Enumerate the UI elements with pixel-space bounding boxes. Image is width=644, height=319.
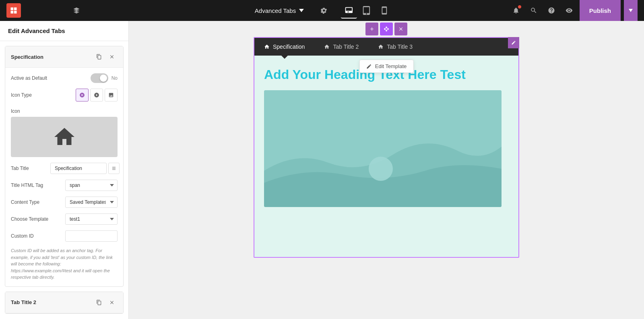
mobile-view-button[interactable] [376, 2, 392, 19]
close-panel-button[interactable] [106, 51, 118, 62]
icon-type-row: Icon Type [11, 89, 118, 102]
icon-preview [11, 117, 118, 157]
specification-panel: Specification Active as Default [5, 46, 124, 287]
widget-toolbar [365, 23, 408, 35]
panel2-actions [93, 297, 118, 308]
publish-label: Publish [589, 7, 611, 14]
publish-dropdown-button[interactable] [624, 0, 638, 21]
title-html-tag-label: Title HTML Tag [11, 182, 47, 188]
edit-template-bar[interactable]: Edit Template [359, 60, 414, 73]
tablet-view-button[interactable] [359, 2, 375, 19]
page-settings-button[interactable] [317, 3, 331, 18]
notification-badge [518, 5, 522, 9]
topbar-right: Publish [509, 0, 638, 21]
tab-title-input[interactable] [50, 163, 107, 174]
choose-template-label: Choose Template [11, 216, 48, 222]
layers-button[interactable] [69, 3, 84, 18]
content-type-select[interactable]: Saved TemplatesEditorTemplate [65, 197, 118, 208]
device-switcher [341, 2, 392, 19]
toggle-wrap: No [50, 73, 118, 83]
help-button[interactable] [544, 3, 559, 18]
edit-template-label: Edit Template [375, 63, 407, 69]
custom-id-help: Custom ID will be added as an anchor tag… [11, 247, 118, 281]
main-layout: Edit Advanced Tabs Specification Active … [0, 21, 644, 319]
add-widget-button[interactable] [365, 23, 378, 35]
panel-title: Specification [11, 54, 43, 60]
tab-title-input-group [50, 163, 120, 174]
notification-button[interactable] [509, 3, 523, 18]
tab-item-1[interactable]: Specification [254, 38, 314, 56]
tab-item-3[interactable]: Tab Title 3 [368, 38, 422, 56]
icon-type-label: Icon Type [11, 92, 47, 98]
custom-id-input[interactable] [65, 230, 118, 242]
close-widget-button[interactable] [394, 23, 407, 35]
icon-label-row: Icon [11, 107, 118, 114]
tab-content: Add Your Heading Text Here Test [254, 56, 518, 257]
logo-button[interactable] [6, 3, 21, 18]
panel2-header: Tab Title 2 [5, 292, 123, 313]
preview-button[interactable] [562, 3, 576, 18]
sidebar-title: Edit Advanced Tabs [0, 21, 128, 41]
icon-type-icon-button[interactable] [90, 89, 103, 102]
custom-id-row: Custom ID [11, 230, 118, 242]
panel-actions [93, 51, 118, 62]
canvas-area: Specification Tab Title 2 Tab Title 3 Ed… [129, 21, 644, 319]
active-default-row: Active as Default No [11, 73, 118, 83]
icon-type-none-button[interactable] [76, 89, 89, 102]
tab-item-2[interactable]: Tab Title 2 [314, 38, 368, 56]
panel-body: Active as Default No Icon Type [5, 68, 123, 286]
choose-template-select[interactable]: test1 [65, 213, 118, 225]
image-placeholder [264, 90, 502, 207]
tab-1-label: Specification [273, 44, 305, 50]
close-panel2-button[interactable] [106, 297, 118, 308]
icon-label: Icon [11, 108, 20, 114]
widget-container: Specification Tab Title 2 Tab Title 3 Ed… [254, 37, 519, 258]
edit-corner-button[interactable] [508, 37, 519, 48]
toggle-knob [100, 75, 107, 82]
sidebar: Edit Advanced Tabs Specification Active … [0, 21, 129, 319]
title-html-tag-row: Title HTML Tag spandivh1h2h3h4h5h6p [11, 180, 118, 191]
icon-type-group [50, 89, 118, 102]
copy-panel2-button[interactable] [93, 297, 105, 308]
tab-2-label: Tab Title 2 [333, 44, 359, 50]
toggle-value: No [111, 75, 118, 81]
topbar: Advanced Tabs [0, 0, 644, 21]
publish-button[interactable]: Publish [580, 0, 621, 21]
tab-title-2-panel: Tab Title 2 [5, 292, 124, 314]
copy-panel-button[interactable] [93, 51, 105, 62]
content-type-label: Content Type [11, 199, 47, 205]
tab-title-label: Tab Title [11, 166, 47, 171]
search-button[interactable] [526, 3, 541, 18]
panel-header: Specification [5, 46, 123, 68]
active-default-toggle[interactable] [91, 73, 108, 83]
tab-title-options-button[interactable] [108, 163, 120, 174]
page-title-label: Advanced Tabs [255, 7, 296, 14]
widget-frame: Specification Tab Title 2 Tab Title 3 Ed… [254, 37, 519, 258]
tab-3-label: Tab Title 3 [387, 44, 413, 50]
topbar-center: Advanced Tabs [252, 2, 392, 19]
title-html-tag-select[interactable]: spandivh1h2h3h4h5h6p [65, 180, 118, 191]
content-type-row: Content Type Saved TemplatesEditorTempla… [11, 197, 118, 208]
active-default-label: Active as Default [11, 75, 47, 81]
tab-title-row: Tab Title [11, 163, 118, 174]
custom-id-label: Custom ID [11, 233, 47, 239]
topbar-left [6, 3, 84, 18]
drag-widget-button[interactable] [380, 23, 393, 35]
panel2-title: Tab Title 2 [11, 299, 36, 305]
page-title-button[interactable]: Advanced Tabs [252, 6, 307, 16]
svg-point-1 [369, 157, 393, 181]
tabs-nav: Specification Tab Title 2 Tab Title 3 [254, 38, 518, 56]
add-element-button[interactable] [27, 3, 42, 18]
choose-template-row: Choose Template test1 [11, 213, 118, 225]
settings-button[interactable] [48, 3, 63, 18]
desktop-view-button[interactable] [341, 2, 357, 19]
icon-type-image-button[interactable] [105, 89, 118, 102]
